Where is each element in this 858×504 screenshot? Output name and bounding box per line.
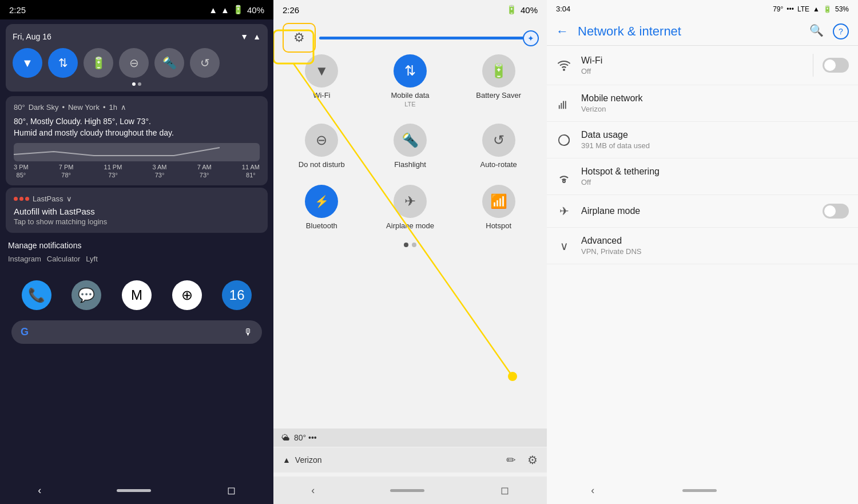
p1-search-bar[interactable]: G 🎙 xyxy=(11,320,262,344)
p1-status-right: ▲ ▲ 🔋 40% xyxy=(209,5,264,15)
p2-tile-battery-saver[interactable]: 🔋 Battery Saver xyxy=(455,45,542,113)
p1-app-row: Instagram Calculator Lyft xyxy=(0,252,273,265)
p2-dnd-label: Do not disturb xyxy=(299,160,345,169)
p3-help-icon[interactable]: ? xyxy=(833,23,849,39)
p2-tile-dnd[interactable]: ⊖ Do not disturb xyxy=(278,114,366,174)
p2-tile-wifi[interactable]: ▼ Wi-Fi xyxy=(278,45,366,113)
p1-back-btn[interactable]: ‹ xyxy=(38,485,41,497)
p2-battery-saver-tile-icon: 🔋 xyxy=(482,54,515,88)
p1-app-instagram: Instagram xyxy=(8,255,41,263)
p3-item-data-usage[interactable]: Data usage 391 MB of data used xyxy=(547,122,858,158)
p1-battery-icon: 🔋 xyxy=(233,5,244,15)
p3-hotspot-icon xyxy=(556,169,572,185)
p2-mobile-data-label: Mobile data xyxy=(391,91,429,100)
p2-flashlight-tile-icon: 🔦 xyxy=(394,124,427,157)
p3-item-wifi[interactable]: Wi-Fi Off xyxy=(547,46,858,85)
p1-dock-gmail[interactable]: M xyxy=(122,280,152,310)
p1-lp-app: LastPass xyxy=(33,195,63,203)
p3-wifi-toggle[interactable] xyxy=(823,58,849,73)
p1-lp-dot-r3 xyxy=(25,197,29,201)
p1-data-btn[interactable]: ⇅ xyxy=(48,48,78,78)
p1-time-6: 11 AM xyxy=(242,164,260,170)
p3-hotspot-sub: Off xyxy=(581,178,849,186)
p1-dnd-btn[interactable]: ⊖ xyxy=(119,48,149,78)
p1-quick-settings-card: Fri, Aug 16 ▼ ▲ ▼ ⇅ 🔋 ⊖ 🔦 ↺ xyxy=(6,24,268,92)
p1-wifi-btn[interactable]: ▼ xyxy=(13,48,42,78)
p1-dock: 📞 💬 M ⊕ 16 xyxy=(0,275,273,316)
p1-dock-phone[interactable]: 📞 xyxy=(22,280,51,310)
p3-airplane-text: Airplane mode xyxy=(581,206,813,216)
p2-brightness-thumb[interactable]: ✦ xyxy=(523,30,539,46)
p1-lp-dot-r2 xyxy=(19,197,23,201)
p1-manage-notif[interactable]: Manage notifications xyxy=(0,235,273,252)
p1-battery-btn[interactable]: 🔋 xyxy=(84,48,113,78)
svg-point-3 xyxy=(563,69,565,70)
p3-status-bar: 3:04 79° ••• LTE ▲ 🔋 53% xyxy=(547,0,858,18)
p1-dock-calendar[interactable]: 16 xyxy=(222,280,252,310)
p3-wifi-divider xyxy=(813,54,813,77)
p1-wifi-btn-icon: ▼ xyxy=(22,57,33,70)
p1-phone-icon: 📞 xyxy=(28,287,45,303)
p3-item-airplane[interactable]: ✈ Airplane mode xyxy=(547,195,858,228)
p2-wifi-label: Wi-Fi xyxy=(313,91,330,100)
p2-bottom-icons: ✏ ⚙ xyxy=(506,453,538,467)
p1-lastpass-card[interactable]: LastPass ∨ Autofill with LastPass Tap to… xyxy=(6,188,268,233)
p3-item-mobile-network[interactable]: Mobile network Verizon xyxy=(547,85,858,122)
p2-home-pill[interactable] xyxy=(390,489,424,492)
p3-advanced-sub: VPN, Private DNS xyxy=(581,247,849,256)
p1-lp-sub: Tap to show matching logins xyxy=(14,217,260,226)
p1-recents-btn[interactable]: ◻ xyxy=(227,484,236,497)
p3-back-btn[interactable]: ← xyxy=(556,24,569,39)
p2-tile-hotspot[interactable]: 📶 Hotspot xyxy=(455,176,542,236)
p2-airplane-icon: ✈ xyxy=(404,193,416,209)
p1-rotate-btn[interactable]: ↺ xyxy=(190,48,220,78)
p2-brightness-track[interactable]: ✦ xyxy=(319,37,539,39)
p1-lp-title: Autofill with LastPass xyxy=(14,207,260,216)
p3-back-nav-btn[interactable]: ‹ xyxy=(591,485,594,497)
p1-weather-service: Dark Sky xyxy=(29,103,59,112)
p2-settings-bottom-icon[interactable]: ⚙ xyxy=(527,453,538,467)
p2-tile-airplane[interactable]: ✈ Airplane mode xyxy=(367,176,454,236)
p3-wifi-text: Wi-Fi Off xyxy=(581,55,804,76)
p1-weather-expand-icon[interactable]: ∧ xyxy=(121,103,126,112)
p2-back-btn[interactable]: ‹ xyxy=(311,485,315,497)
p1-wifi-icon: ▲ xyxy=(209,5,217,15)
p1-time-3: 11 PM xyxy=(104,164,122,170)
p3-search-icon[interactable]: 🔍 xyxy=(809,23,824,39)
p1-qs-dots xyxy=(13,82,261,86)
p3-advanced-text: Advanced VPN, Private DNS xyxy=(581,236,849,256)
p1-rotate-btn-icon: ↺ xyxy=(200,56,210,70)
p3-item-hotspot[interactable]: Hotspot & tethering Off xyxy=(547,158,858,195)
p1-time-col-4: 3 AM 73° xyxy=(152,164,166,178)
p2-page-dots xyxy=(273,243,547,247)
p3-airplane-toggle[interactable] xyxy=(823,204,849,219)
p3-airplane-glyph: ✈ xyxy=(559,204,569,218)
p3-home-pill[interactable] xyxy=(682,489,717,492)
p1-date-row: Fri, Aug 16 ▼ ▲ xyxy=(13,32,261,41)
p1-nav-bar: ‹ ◻ xyxy=(0,477,273,504)
p2-tile-flashlight[interactable]: 🔦 Flashlight xyxy=(367,114,454,174)
p3-wifi-label: Wi-Fi xyxy=(581,55,804,66)
p2-tile-mobile-data[interactable]: ⇅ Mobile data LTE xyxy=(367,45,454,113)
p3-item-advanced[interactable]: ∨ Advanced VPN, Private DNS xyxy=(547,228,858,264)
p1-weather-desc: 80°, Mostly Cloudy. High 85°, Low 73°. H… xyxy=(14,116,260,138)
p3-advanced-label: Advanced xyxy=(581,236,849,246)
p3-airplane-toggle-thumb xyxy=(824,205,836,217)
p2-tile-bluetooth[interactable]: ⚡ Bluetooth xyxy=(278,176,366,236)
p1-flashlight-btn[interactable]: 🔦 xyxy=(154,48,184,78)
p2-nav-bar: ‹ ◻ xyxy=(273,477,547,504)
p2-recents-btn[interactable]: ◻ xyxy=(500,484,509,497)
p2-dnd-tile-icon: ⊖ xyxy=(305,124,338,157)
p3-data-usage-label: Data usage xyxy=(581,130,849,140)
p1-assistant-icon: 🎙 xyxy=(244,327,253,338)
p1-battery-btn-icon: 🔋 xyxy=(92,56,106,70)
p1-home-pill[interactable] xyxy=(117,489,151,492)
p1-time-5: 7 AM xyxy=(197,164,212,170)
panel1-notification-shade: 2:25 ▲ ▲ 🔋 40% Fri, Aug 16 ▼ ▲ ▼ ⇅ 🔋 xyxy=(0,0,273,504)
p3-chevron-down-icon: ∨ xyxy=(560,239,569,253)
p2-edit-icon[interactable]: ✏ xyxy=(506,453,516,467)
p2-mobile-data-icon: ⇅ xyxy=(404,63,416,79)
p2-tile-auto-rotate[interactable]: ↺ Auto-rotate xyxy=(455,114,542,174)
p1-dock-sms[interactable]: 💬 xyxy=(72,280,101,310)
p1-dock-chrome[interactable]: ⊕ xyxy=(172,280,202,310)
